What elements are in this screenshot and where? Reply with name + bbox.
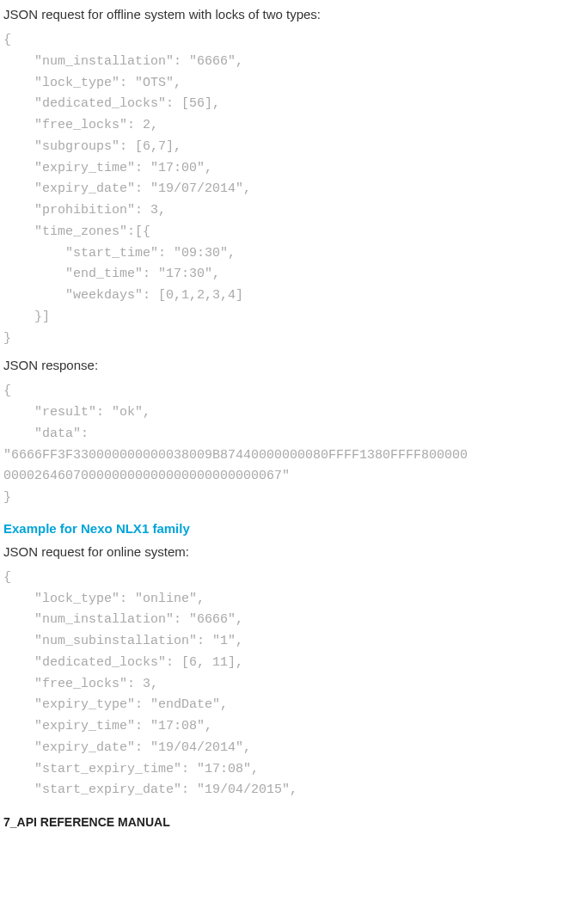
intro-response: JSON response: [3,358,585,372]
code-request-online: { "lock_type": "online", "num_installati… [3,568,585,801]
example-nexo-heading: Example for Nexo NLX1 family [3,521,585,536]
code-response: { "result": "ok", "data": "6666FF3F33000… [3,381,585,509]
code-request-offline: { "num_installation": "6666", "lock_type… [3,30,585,349]
footer-manual-title: 7_API REFERENCE MANUAL [3,815,585,829]
intro-request-offline: JSON request for offline system with loc… [3,7,585,21]
intro-request-online: JSON request for online system: [3,544,585,559]
